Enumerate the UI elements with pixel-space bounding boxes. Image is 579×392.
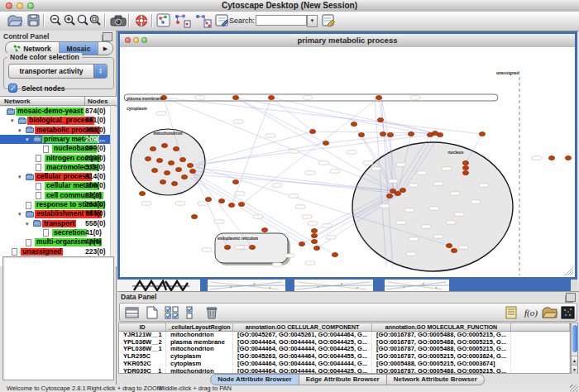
disclosure-triangle-icon[interactable]: ▾ xyxy=(18,127,22,134)
network-node[interactable] xyxy=(168,160,174,165)
search-dropdown-button[interactable]: ▼ xyxy=(307,15,318,27)
disclosure-triangle-icon[interactable]: ▾ xyxy=(26,221,29,227)
network-node[interactable] xyxy=(462,170,468,174)
network-overview-icon[interactable] xyxy=(156,13,173,28)
network-node[interactable] xyxy=(358,132,364,136)
attribute-batch-icon[interactable] xyxy=(504,305,520,320)
node-color-dropdown[interactable]: transporter activity ▲▼ xyxy=(8,64,108,79)
network-node[interactable] xyxy=(332,252,337,256)
disclosure-triangle-icon[interactable]: ▾ xyxy=(26,136,29,143)
open-session-icon[interactable] xyxy=(7,13,23,28)
disclosure-triangle-icon[interactable]: ▾ xyxy=(18,211,22,218)
network-node[interactable] xyxy=(249,245,255,249)
tree-row[interactable]: nitrogen compo209(0) xyxy=(0,154,117,163)
network-node[interactable] xyxy=(191,214,197,218)
network-node[interactable] xyxy=(299,241,304,246)
formula-builder-icon[interactable]: f(o) xyxy=(523,305,539,320)
network-node[interactable] xyxy=(462,165,468,170)
network-node[interactable] xyxy=(228,203,234,207)
network-node[interactable] xyxy=(171,181,177,185)
network-node[interactable] xyxy=(205,197,211,201)
network-node[interactable] xyxy=(179,157,185,161)
snapshot-icon[interactable] xyxy=(110,13,127,28)
network-node[interactable] xyxy=(380,131,385,136)
network-svg[interactable]: plasma membranecytoplasmmitochondrionnuc… xyxy=(120,47,575,277)
tree-row[interactable]: ▾biological_process651(0) xyxy=(0,116,117,125)
network-node[interactable] xyxy=(451,248,457,252)
network-node[interactable] xyxy=(395,191,400,195)
table-row[interactable]: YPL036W__2plasma membrane[GO:0044464, GO… xyxy=(119,339,570,347)
tree-row[interactable]: ▾metabolic process280(0) xyxy=(0,126,117,135)
network-node[interactable] xyxy=(164,170,170,174)
network-node[interactable] xyxy=(437,132,443,136)
help-lifesaver-icon[interactable] xyxy=(134,13,151,28)
tree-row[interactable]: secretion41(0) xyxy=(0,228,117,237)
network-node[interactable] xyxy=(387,132,393,136)
table-row[interactable]: YKR052Ccytoplasm[GO:0044464, GO:0044444,… xyxy=(119,361,570,368)
table-column-header[interactable]: _cellularLayoutRegion xyxy=(166,323,233,331)
float-data-panel-icon[interactable] xyxy=(566,293,576,302)
tree-header[interactable]: Network Nodes xyxy=(0,96,117,106)
search-input[interactable] xyxy=(256,15,307,26)
network-node[interactable] xyxy=(175,167,181,171)
select-attributes-icon[interactable] xyxy=(164,305,180,320)
network-node[interactable] xyxy=(309,129,315,133)
delete-attribute-icon[interactable] xyxy=(203,305,220,320)
network-node[interactable] xyxy=(145,156,151,160)
table-row[interactable]: YJR121W__1mitochondrion[GO:0045267, GO:0… xyxy=(119,332,570,339)
table-header-row[interactable]: ID_cellularLayoutRegionannotation.GO CEL… xyxy=(119,323,570,332)
tree-row[interactable]: ▾cellular process614(0) xyxy=(0,172,117,181)
table-row[interactable]: YPL036W__1mitochondrion[GO:0044464, GO:0… xyxy=(119,346,570,353)
network-node[interactable] xyxy=(351,122,356,126)
layout-nodes-icon-1[interactable] xyxy=(173,13,189,28)
network-node[interactable] xyxy=(376,95,381,99)
import-attributes-icon[interactable] xyxy=(541,305,557,320)
tree-row[interactable]: cellular metabo209(0) xyxy=(0,181,117,190)
network-node[interactable] xyxy=(181,174,187,179)
tree-scrollbar[interactable] xyxy=(110,107,117,266)
network-node[interactable] xyxy=(160,179,165,184)
table-row[interactable]: YDR039C__1mitochondrion[GO:0044464, GO:0… xyxy=(119,368,570,375)
network-node[interactable] xyxy=(548,155,554,160)
resize-grip[interactable] xyxy=(570,385,578,392)
network-node[interactable] xyxy=(311,228,317,232)
network-node[interactable] xyxy=(238,202,244,206)
new-attribute-icon[interactable] xyxy=(144,305,160,320)
network-node[interactable] xyxy=(386,194,392,198)
network-node[interactable] xyxy=(400,188,405,192)
tree-row[interactable]: mosaic-demo-yeast874(0) xyxy=(0,107,117,116)
column-divider[interactable] xyxy=(84,97,85,106)
tree-row[interactable]: multi-organism pro42(0) xyxy=(0,237,117,246)
network-node[interactable] xyxy=(446,243,452,247)
network-node[interactable] xyxy=(323,141,328,145)
network-node[interactable] xyxy=(408,131,414,136)
layout-nodes-icon-2[interactable] xyxy=(194,13,210,28)
table-row[interactable]: YLR295Ccytoplasm[GO:0045263, GO:0044464,… xyxy=(119,353,570,361)
network-node[interactable] xyxy=(268,95,274,99)
tree-row[interactable]: nucleobase-209(0) xyxy=(0,144,117,153)
disclosure-triangle-icon[interactable]: ▾ xyxy=(18,174,22,180)
network-node[interactable] xyxy=(313,246,319,250)
tree-row[interactable]: response to stimulu264(0) xyxy=(0,200,117,209)
unselect-attributes-icon[interactable] xyxy=(184,305,200,320)
network-node[interactable] xyxy=(224,245,230,249)
network-frame-titlebar[interactable]: primary metabolic process xyxy=(120,34,575,48)
network-node[interactable] xyxy=(151,168,157,172)
tab-edge-attribute-browser[interactable]: Edge Attribute Browser xyxy=(299,374,387,385)
tree-row[interactable]: ▾primary metabo209(... xyxy=(0,135,117,144)
network-node[interactable] xyxy=(462,160,468,165)
table-column-header[interactable]: ID xyxy=(119,323,166,331)
network-node[interactable] xyxy=(232,95,238,99)
search-options-icon[interactable] xyxy=(321,13,337,28)
zoom-fit-icon[interactable] xyxy=(88,13,104,28)
scroll-up-button[interactable]: ▲ xyxy=(572,356,577,365)
attribute-table-icon[interactable] xyxy=(124,305,141,320)
tab-network-attribute-browser[interactable]: Network Attribute Browser xyxy=(387,374,485,385)
disclosure-triangle-icon[interactable]: ▾ xyxy=(11,117,14,124)
network-node[interactable] xyxy=(311,233,317,237)
network-node[interactable] xyxy=(139,191,145,195)
tree-row[interactable]: ▾establishment of lo558(0) xyxy=(0,209,117,218)
network-node[interactable] xyxy=(479,131,485,136)
select-nodes-checkbox[interactable]: ✓ xyxy=(8,84,17,93)
scroll-down-button[interactable]: ▼ xyxy=(572,365,577,374)
